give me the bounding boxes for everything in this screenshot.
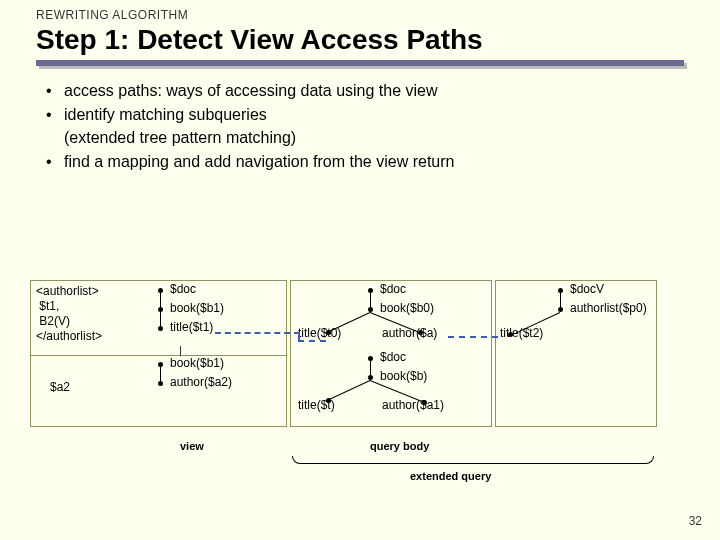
c2-title0: title($t0) — [298, 326, 341, 340]
caption-ext: extended query — [410, 470, 491, 482]
page-number: 32 — [689, 514, 702, 528]
caption-qbody: query body — [370, 440, 429, 452]
title-underline — [36, 60, 684, 66]
dash-connector — [215, 332, 300, 334]
c3-title: title($t2) — [500, 326, 543, 340]
c2-title-t: title($t) — [298, 398, 335, 412]
c1-book2: book($b1) — [170, 356, 224, 370]
c3-authorlist: authorlist($p0) — [570, 301, 647, 315]
c1-doc: $doc — [170, 282, 196, 296]
c2-author-a: author($a) — [382, 326, 437, 340]
view-src-1: <authorlist> — [36, 284, 99, 298]
bullet-2-cont: (extended tree pattern matching) — [64, 127, 296, 149]
bullet-2: identify matching subqueries — [64, 104, 267, 126]
bullet-3: find a mapping and add navigation from t… — [64, 151, 454, 173]
slide-subtitle: REWRITING ALGORITHM — [36, 8, 188, 22]
c2-doc: $doc — [380, 282, 406, 296]
c1-title: title($t1) — [170, 320, 213, 334]
c2-bookb: book($b) — [380, 369, 427, 383]
bullet-1: access paths: ways of accessing data usi… — [64, 80, 438, 102]
caption-view: view — [180, 440, 204, 452]
c2-book: book($b0) — [380, 301, 434, 315]
view-src-3: B2(V) — [36, 314, 70, 328]
bullet-list: •access paths: ways of accessing data us… — [46, 80, 666, 174]
map-arrow — [180, 346, 181, 356]
view-src-2: $t1, — [36, 299, 59, 313]
c2-doc2: $doc — [380, 350, 406, 364]
c2-author-a1: author($a1) — [382, 398, 444, 412]
diagram-area: <authorlist> $t1, B2(V) </authorlist> $a… — [30, 280, 690, 520]
extended-brace — [292, 456, 654, 464]
c1-book: book($b1) — [170, 301, 224, 315]
view-src-4: </authorlist> — [36, 329, 102, 343]
c3-docv: $docV — [570, 282, 604, 296]
c1-author: author($a2) — [170, 375, 232, 389]
a2-label: $a2 — [50, 380, 70, 394]
slide-title: Step 1: Detect View Access Paths — [36, 24, 483, 56]
